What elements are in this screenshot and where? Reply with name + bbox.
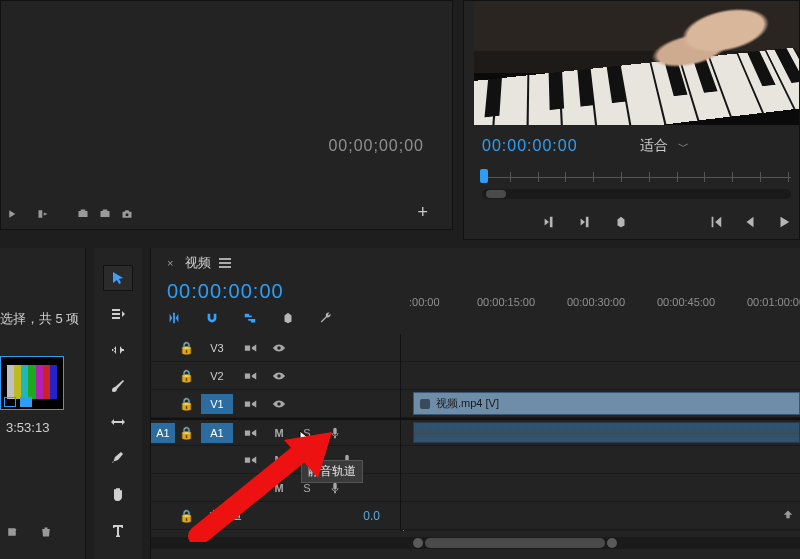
timeline-track-area[interactable]: 视频.mp4 [V] xyxy=(401,334,800,531)
track-header-mix[interactable]: 🔒 主声道 0.0 xyxy=(151,502,400,530)
slider-playhead[interactable] xyxy=(480,169,488,183)
sequence-name: 视频 xyxy=(185,254,211,272)
selection-tool[interactable] xyxy=(104,266,132,290)
track-label[interactable]: A1 xyxy=(201,423,233,443)
lock-icon[interactable]: 🔒 xyxy=(179,341,193,355)
timeline-panel: × 视频 00:00:00:00 :00:00 00:00:15:00 00:0… xyxy=(150,248,800,559)
audio-clip[interactable] xyxy=(413,422,800,443)
marker-icon[interactable] xyxy=(281,311,295,328)
hand-tool[interactable] xyxy=(104,482,132,506)
settings-wrench-icon[interactable] xyxy=(319,311,333,328)
source-patch-a1[interactable]: A1 xyxy=(151,423,175,443)
playhead-only-icon[interactable] xyxy=(7,208,19,223)
go-to-in-icon[interactable] xyxy=(709,215,723,232)
lock-icon[interactable]: 🔒 xyxy=(179,397,193,411)
program-monitor-viewport xyxy=(474,1,799,125)
play-icon[interactable] xyxy=(777,215,791,232)
svg-point-0 xyxy=(126,213,129,216)
ruler-tick: 00:00:45:00 xyxy=(657,296,715,308)
zoom-label: 适合 xyxy=(640,137,668,155)
razor-tool[interactable] xyxy=(104,374,132,398)
sync-lock-icon[interactable] xyxy=(241,339,261,357)
clip-video-badge xyxy=(20,397,32,407)
clip-label: 视频.mp4 [V] xyxy=(436,396,499,411)
track-header-v3[interactable]: 🔒 V3 xyxy=(151,334,400,362)
step-back-icon[interactable] xyxy=(743,215,757,232)
zoom-handle-right[interactable] xyxy=(607,538,617,548)
sequence-menu-icon[interactable] xyxy=(219,258,231,268)
magnet-icon[interactable] xyxy=(205,311,219,328)
linked-selection-icon[interactable] xyxy=(243,311,257,328)
expand-mix-icon[interactable] xyxy=(782,508,794,523)
video-clip[interactable]: 视频.mp4 [V] xyxy=(413,392,800,415)
sequence-tab[interactable]: × 视频 xyxy=(167,254,800,272)
sync-lock-icon[interactable] xyxy=(241,367,261,385)
source-timecode: 00;00;00;00 xyxy=(328,137,424,155)
track-label[interactable]: V2 xyxy=(201,366,233,386)
trash-icon[interactable] xyxy=(40,526,52,541)
track-label[interactable]: V1 xyxy=(201,394,233,414)
pen-tool[interactable] xyxy=(104,446,132,470)
track-header-v2[interactable]: 🔒 V2 xyxy=(151,362,400,390)
track-header-a1[interactable]: A1 🔒 A1 M S xyxy=(151,418,400,446)
track-label[interactable]: V3 xyxy=(201,338,233,358)
project-clip-duration: 3:53:13 xyxy=(6,420,49,435)
mix-volume[interactable]: 0.0 xyxy=(363,509,380,523)
ruler-tick: :00:00 xyxy=(409,296,440,308)
fx-badge-icon xyxy=(420,399,430,409)
sync-lock-icon[interactable] xyxy=(241,479,261,497)
program-time-slider[interactable] xyxy=(482,165,791,189)
chevron-down-icon: ﹀ xyxy=(678,139,689,154)
timeline-scrollbar[interactable] xyxy=(151,537,800,549)
solo-button[interactable]: S xyxy=(297,424,317,442)
track-header-column: 🔒 V3 🔒 V2 🔒 V1 A1 🔒 A1 M S xyxy=(151,334,401,531)
snap-icon[interactable] xyxy=(167,311,181,328)
zoom-dropdown[interactable]: 适合 ﹀ xyxy=(640,137,689,155)
project-clip-thumb[interactable] xyxy=(0,356,64,410)
lock-icon[interactable]: 🔒 xyxy=(179,509,193,523)
track-select-tool[interactable] xyxy=(104,302,132,326)
export-frame2-icon[interactable] xyxy=(99,208,111,223)
eye-icon[interactable] xyxy=(269,339,289,357)
mute-button[interactable]: M xyxy=(269,424,289,442)
program-timecode[interactable]: 00:00:00:00 xyxy=(482,137,578,155)
track-header-v1[interactable]: 🔒 V1 xyxy=(151,390,400,418)
add-marker-icon[interactable] xyxy=(614,215,628,232)
source-monitor-panel: 00;00;00;00 + xyxy=(0,0,453,230)
mark-out-icon[interactable] xyxy=(578,215,592,232)
clip-audio-badge xyxy=(4,397,16,407)
eye-icon[interactable] xyxy=(269,367,289,385)
sync-lock-icon[interactable] xyxy=(241,451,261,469)
ripple-edit-tool[interactable] xyxy=(104,338,132,362)
add-button[interactable]: + xyxy=(417,202,428,223)
close-tab-icon[interactable]: × xyxy=(167,257,173,269)
mark-in-icon[interactable] xyxy=(542,215,556,232)
export-frame-icon[interactable] xyxy=(77,208,89,223)
eye-icon[interactable] xyxy=(269,395,289,413)
mix-track-label: 主声道 xyxy=(201,506,249,526)
mute-tooltip: 静音轨道 xyxy=(301,460,363,483)
project-panel: 选择，共 5 项 3:53:13 xyxy=(0,248,86,559)
timeline-tool-column xyxy=(94,248,142,559)
mute-button[interactable]: M xyxy=(269,479,289,497)
lock-icon[interactable]: 🔒 xyxy=(179,426,193,440)
sync-lock-icon[interactable] xyxy=(241,424,261,442)
mute-button[interactable]: M xyxy=(269,451,289,469)
type-tool[interactable] xyxy=(104,518,132,542)
voiceover-mic-icon[interactable] xyxy=(325,424,345,442)
sync-lock-icon[interactable] xyxy=(241,395,261,413)
ruler-tick: 00:01:00:00 xyxy=(747,296,800,308)
ruler-tick: 00:00:30:00 xyxy=(567,296,625,308)
project-selection-label: 选择，共 5 项 xyxy=(0,310,79,328)
new-item-icon[interactable] xyxy=(6,526,18,541)
program-scrollbar[interactable] xyxy=(482,189,791,199)
zoom-handle-left[interactable] xyxy=(413,538,423,548)
ruler-tick: 00:00:15:00 xyxy=(477,296,535,308)
camera-icon[interactable] xyxy=(121,208,133,223)
slip-tool[interactable] xyxy=(104,410,132,434)
lock-icon[interactable]: 🔒 xyxy=(179,369,193,383)
insert-icon[interactable] xyxy=(37,208,49,223)
program-monitor-panel: 00:00:00:00 适合 ﹀ xyxy=(463,0,800,240)
timeline-scroll-thumb[interactable] xyxy=(425,538,605,548)
